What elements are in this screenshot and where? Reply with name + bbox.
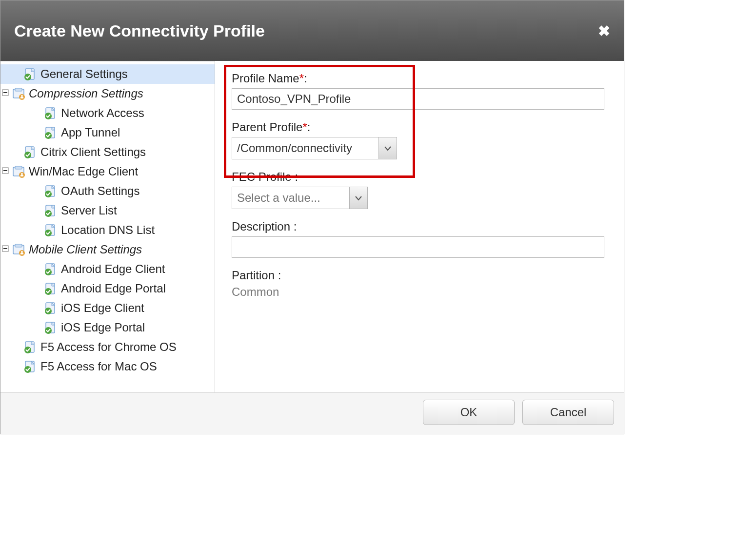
tree-label: Server List — [61, 204, 117, 217]
parent-profile-label: Parent Profile*: — [232, 120, 612, 134]
dialog-footer: OK Cancel — [0, 392, 624, 434]
tree-item-general-settings[interactable]: General Settings — [0, 64, 215, 84]
collapse-icon[interactable] — [0, 89, 10, 98]
doc-check-icon — [44, 224, 57, 236]
folder-icon — [12, 87, 25, 100]
doc-check-icon — [44, 321, 57, 334]
fec-profile-combo[interactable] — [232, 187, 368, 209]
doc-check-icon — [44, 302, 57, 314]
tree-label: Android Edge Client — [61, 262, 165, 276]
collapse-icon[interactable] — [0, 167, 10, 176]
general-settings-form: Profile Name*: Parent Profile*: FEC Prof… — [215, 61, 624, 392]
collapse-icon[interactable] — [0, 245, 10, 254]
tree-label: F5 Access for Mac OS — [40, 360, 157, 373]
doc-check-icon — [24, 146, 37, 158]
tree-label: Compression Settings — [29, 87, 143, 100]
doc-check-icon — [44, 204, 57, 217]
description-label: Description : — [232, 220, 612, 233]
tree-label: Mobile Client Settings — [29, 243, 142, 256]
tree-label: Citrix Client Settings — [40, 145, 146, 159]
doc-check-icon — [44, 107, 57, 119]
fec-profile-input[interactable] — [232, 187, 349, 209]
ok-button[interactable]: OK — [423, 400, 515, 425]
tree-item-app-tunnel[interactable]: App Tunnel — [0, 123, 215, 142]
chevron-down-icon[interactable] — [378, 137, 397, 159]
partition-value: Common — [232, 285, 612, 299]
tree-item-android-edge-client[interactable]: Android Edge Client — [0, 259, 215, 279]
tree-label: Network Access — [61, 106, 144, 120]
doc-check-icon — [44, 263, 57, 275]
tree-item-mobile-client-settings[interactable]: Mobile Client Settings — [0, 240, 215, 259]
tree-label: Win/Mac Edge Client — [29, 165, 138, 178]
tree-item-citrix-client-settings[interactable]: Citrix Client Settings — [0, 142, 215, 162]
tree-item-android-edge-portal[interactable]: Android Edge Portal — [0, 279, 215, 298]
tree-item-ios-edge-portal[interactable]: iOS Edge Portal — [0, 318, 215, 337]
required-star: * — [302, 120, 307, 134]
tree-item-server-list[interactable]: Server List — [0, 201, 215, 220]
folder-icon — [12, 243, 25, 256]
tree-label: App Tunnel — [61, 126, 120, 139]
tree-label: iOS Edge Portal — [61, 321, 145, 334]
tree-label: Android Edge Portal — [61, 282, 166, 295]
chevron-down-icon[interactable] — [349, 187, 367, 209]
tree-item-location-dns-list[interactable]: Location DNS List — [0, 220, 215, 240]
tree-label: Location DNS List — [61, 223, 155, 237]
tree-item-winmac-edge-client[interactable]: Win/Mac Edge Client — [0, 162, 215, 181]
settings-tree: General Settings Compression Settings Ne… — [0, 61, 215, 392]
tree-item-oauth-settings[interactable]: OAuth Settings — [0, 181, 215, 201]
tree-item-f5-chrome[interactable]: F5 Access for Chrome OS — [0, 337, 215, 357]
doc-check-icon — [44, 126, 57, 139]
parent-profile-combo[interactable] — [232, 137, 397, 159]
dialog-title: Create New Connectivity Profile — [14, 21, 265, 40]
parent-profile-input[interactable] — [232, 137, 378, 159]
tree-label: General Settings — [40, 67, 128, 81]
tree-item-f5-mac[interactable]: F5 Access for Mac OS — [0, 357, 215, 376]
profile-name-label: Profile Name*: — [232, 72, 612, 85]
folder-icon — [12, 165, 25, 178]
dialog-body: General Settings Compression Settings Ne… — [0, 61, 624, 392]
required-star: * — [299, 72, 304, 85]
tree-item-network-access[interactable]: Network Access — [0, 103, 215, 123]
cancel-button[interactable]: Cancel — [522, 400, 614, 425]
close-icon[interactable]: ✖ — [598, 22, 610, 39]
doc-check-icon — [44, 282, 57, 295]
fec-profile-label: FEC Profile : — [232, 170, 612, 184]
tree-label: iOS Edge Client — [61, 301, 144, 315]
partition-label: Partition : — [232, 269, 612, 282]
doc-check-icon — [44, 185, 57, 197]
tree-label: OAuth Settings — [61, 184, 139, 198]
dialog-header: Create New Connectivity Profile ✖ — [0, 0, 624, 61]
tree-item-compression-settings[interactable]: Compression Settings — [0, 84, 215, 103]
create-connectivity-profile-dialog: Create New Connectivity Profile ✖ Genera… — [0, 0, 624, 434]
tree-label: F5 Access for Chrome OS — [40, 340, 177, 354]
description-input[interactable] — [232, 236, 604, 258]
doc-check-icon — [24, 68, 37, 80]
doc-check-icon — [24, 360, 37, 373]
profile-name-input[interactable] — [232, 88, 604, 110]
doc-check-icon — [24, 341, 37, 353]
tree-item-ios-edge-client[interactable]: iOS Edge Client — [0, 298, 215, 318]
